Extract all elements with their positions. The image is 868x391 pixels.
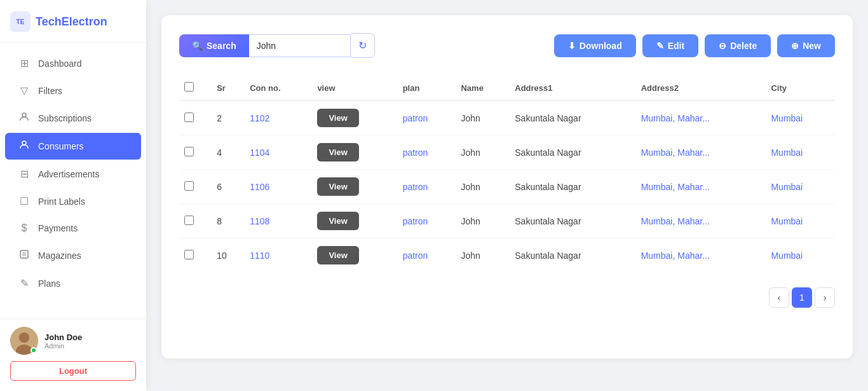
delete-icon: ⊖ — [719, 41, 726, 51]
row-city: Mumbai — [766, 238, 835, 273]
row-name: John — [456, 135, 510, 170]
sidebar-item-label: Magazines — [38, 250, 81, 261]
col-address2: Address2 — [636, 76, 766, 100]
page-1-button[interactable]: 1 — [792, 287, 812, 308]
new-button[interactable]: ⊕ New — [777, 34, 835, 57]
content-card: 🔍 Search ↻ ⬇ Download ✎ Edit ⊖ Delete — [161, 15, 853, 359]
sidebar-item-advertisements[interactable]: ⊟ Advertisements — [5, 161, 141, 187]
row-select-checkbox[interactable] — [184, 250, 194, 259]
sidebar-item-print-labels[interactable]: ☐ Print Labels — [5, 188, 141, 214]
row-sr: 2 — [212, 100, 245, 135]
sidebar-item-consumers[interactable]: Consumers — [5, 133, 141, 160]
user-role: Admin — [44, 342, 82, 350]
row-sr: 8 — [212, 204, 245, 238]
row-address2: Mumbai, Mahar... — [636, 204, 766, 238]
table-row: 6 1106 View patron John Sakuntala Nagar … — [179, 170, 835, 204]
online-status-dot — [31, 347, 37, 353]
row-select-checkbox[interactable] — [184, 113, 194, 122]
table-row: 4 1104 View patron John Sakuntala Nagar … — [179, 135, 835, 170]
row-name: John — [456, 238, 510, 273]
row-plan: patron — [398, 238, 456, 273]
row-plan: patron — [398, 204, 456, 238]
row-city: Mumbai — [766, 170, 835, 204]
svg-point-0 — [22, 113, 26, 117]
row-select-checkbox[interactable] — [184, 147, 194, 156]
row-city: Mumbai — [766, 135, 835, 170]
row-address1: Sakuntala Nagar — [510, 100, 635, 135]
col-city: City — [766, 76, 835, 100]
pagination: ‹ 1 › — [179, 287, 835, 308]
prev-page-button[interactable]: ‹ — [769, 287, 789, 308]
row-address2: Mumbai, Mahar... — [636, 135, 766, 170]
print-icon: ☐ — [18, 195, 31, 207]
row-address1: Sakuntala Nagar — [510, 238, 635, 273]
row-con-no[interactable]: 1104 — [245, 135, 312, 170]
svg-point-6 — [19, 333, 29, 343]
edit-button[interactable]: ✎ Edit — [642, 34, 698, 57]
row-con-no[interactable]: 1108 — [245, 204, 312, 238]
logo-icon: TE — [10, 11, 31, 32]
row-checkbox — [179, 238, 212, 273]
sidebar-item-payments[interactable]: $ Payments — [5, 216, 141, 241]
view-button[interactable]: View — [317, 246, 358, 264]
row-address2: Mumbai, Mahar... — [636, 100, 766, 135]
table-row: 10 1110 View patron John Sakuntala Nagar… — [179, 238, 835, 273]
refresh-button[interactable]: ↻ — [351, 33, 375, 58]
avatar-wrap — [10, 327, 38, 355]
row-checkbox — [179, 100, 212, 135]
select-all-checkbox[interactable] — [184, 82, 194, 92]
delete-button[interactable]: ⊖ Delete — [705, 34, 771, 57]
row-name: John — [456, 170, 510, 204]
user-info: John Doe Admin — [10, 327, 136, 355]
view-button[interactable]: View — [317, 177, 358, 196]
magazines-icon — [18, 249, 31, 262]
row-checkbox — [179, 204, 212, 238]
logout-button[interactable]: Logout — [10, 361, 136, 381]
row-view-cell: View — [312, 135, 397, 170]
view-button[interactable]: View — [317, 143, 358, 161]
row-name: John — [456, 204, 510, 238]
row-sr: 4 — [212, 135, 245, 170]
col-address1: Address1 — [510, 76, 635, 100]
row-sr: 10 — [212, 238, 245, 273]
search-group: 🔍 Search ↻ — [179, 33, 375, 58]
sidebar-item-label: Subscriptions — [38, 113, 92, 123]
consumers-icon — [18, 140, 31, 153]
new-icon: ⊕ — [791, 41, 799, 51]
app-title: TechElectron — [36, 15, 107, 29]
row-sr: 6 — [212, 170, 245, 204]
table-row: 8 1108 View patron John Sakuntala Nagar … — [179, 204, 835, 238]
next-page-button[interactable]: › — [815, 287, 835, 308]
search-button[interactable]: 🔍 Search — [179, 34, 249, 57]
row-checkbox — [179, 170, 212, 204]
toolbar: 🔍 Search ↻ ⬇ Download ✎ Edit ⊖ Delete — [179, 33, 835, 58]
col-sr: Sr — [212, 76, 245, 100]
sidebar-item-subscriptions[interactable]: Subscriptions — [5, 105, 141, 132]
row-select-checkbox[interactable] — [184, 216, 194, 225]
row-con-no[interactable]: 1102 — [245, 100, 312, 135]
download-button[interactable]: ⬇ Download — [554, 34, 636, 57]
sidebar-item-filters[interactable]: ▽ Filters — [5, 78, 141, 104]
sidebar-item-label: Print Labels — [38, 196, 85, 207]
row-address1: Sakuntala Nagar — [510, 204, 635, 238]
table-row: 2 1102 View patron John Sakuntala Nagar … — [179, 100, 835, 135]
sidebar-item-label: Filters — [38, 86, 62, 96]
view-button[interactable]: View — [317, 109, 358, 127]
svg-rect-2 — [20, 250, 28, 258]
advertisements-icon: ⊟ — [18, 168, 31, 180]
payments-icon: $ — [18, 223, 31, 234]
row-name: John — [456, 100, 510, 135]
row-view-cell: View — [312, 170, 397, 204]
row-con-no[interactable]: 1106 — [245, 170, 312, 204]
col-plan: plan — [398, 76, 456, 100]
search-input[interactable] — [249, 34, 351, 57]
sidebar-item-magazines[interactable]: Magazines — [5, 242, 141, 269]
view-button[interactable]: View — [317, 212, 358, 230]
row-select-checkbox[interactable] — [184, 181, 194, 191]
row-view-cell: View — [312, 204, 397, 238]
row-plan: patron — [398, 100, 456, 135]
row-con-no[interactable]: 1110 — [245, 238, 312, 273]
sidebar-item-dashboard[interactable]: ⊞ Dashboard — [5, 50, 141, 76]
sidebar-item-label: Dashboard — [38, 58, 82, 69]
sidebar-item-plans[interactable]: ✎ Plans — [5, 270, 141, 296]
